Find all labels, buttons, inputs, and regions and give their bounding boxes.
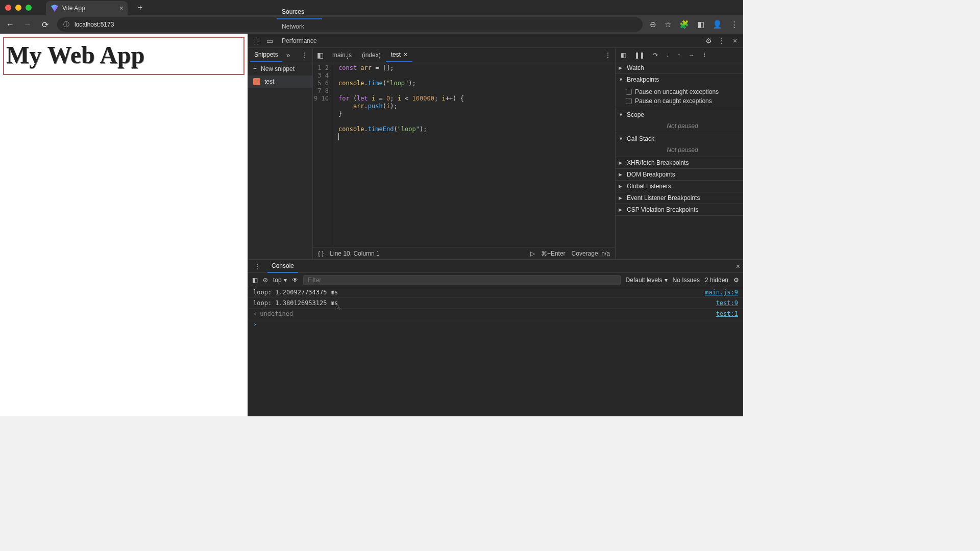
editor-tab-label: test: [391, 51, 401, 58]
code-editor[interactable]: 1 2 3 4 5 6 7 8 9 10 const arr = []; con…: [313, 62, 615, 247]
section-header[interactable]: ▶DOM Breakpoints: [616, 169, 743, 180]
chevron-down-icon: ▾: [284, 277, 287, 284]
side-panel-icon[interactable]: ◧: [697, 20, 704, 29]
new-tab-button[interactable]: +: [138, 3, 142, 12]
snippets-tab[interactable]: Snippets: [250, 48, 282, 62]
inspect-element-icon[interactable]: ⬚: [250, 37, 262, 45]
section-body: Not paused: [616, 144, 743, 157]
disclosure-triangle-icon: ▼: [619, 112, 624, 117]
devtools-close-icon[interactable]: ×: [729, 37, 741, 45]
chrome-menu-icon[interactable]: ⋮: [730, 20, 738, 29]
sources-navigator: Snippets » ⋮ + New snippet test: [248, 48, 313, 259]
editor-menu-icon[interactable]: ⋮: [602, 51, 614, 59]
run-snippet-icon[interactable]: ▷: [530, 250, 535, 257]
window-maximize-button[interactable]: [26, 5, 32, 11]
hidden-count[interactable]: 2 hidden: [705, 277, 728, 284]
editor-tab[interactable]: main.js: [327, 48, 357, 62]
devtools-settings-icon[interactable]: ⚙: [702, 37, 715, 45]
url-bar[interactable]: ⓘ localhost:5173: [57, 17, 643, 32]
reload-button[interactable]: ⟳: [40, 20, 50, 30]
window-close-button[interactable]: [5, 5, 11, 11]
console-drawer: ⋮ Console × ◧ ⊘ top ▾ 👁 Default levels ▾…: [248, 259, 743, 416]
new-snippet-button[interactable]: + New snippet: [248, 62, 312, 76]
browser-tab[interactable]: Vite App ×: [46, 1, 128, 15]
section-header[interactable]: ▶Event Listener Breakpoints: [616, 192, 743, 204]
section-header[interactable]: ▼Call Stack: [616, 133, 743, 144]
extensions-icon[interactable]: 🧩: [679, 20, 689, 29]
drawer-close-icon[interactable]: ×: [736, 262, 740, 270]
console-sidebar-icon[interactable]: ◧: [252, 277, 258, 284]
section-header[interactable]: ▶Watch: [616, 62, 743, 73]
cursor-position: Line 10, Column 1: [330, 250, 379, 257]
issues-label[interactable]: No Issues: [673, 277, 700, 284]
devtools-tab-network[interactable]: Network: [277, 19, 322, 34]
section-title: CSP Violation Breakpoints: [627, 206, 698, 213]
log-source-link[interactable]: main.js:9: [705, 289, 738, 296]
clear-console-icon[interactable]: ⊘: [263, 277, 268, 284]
console-log-row[interactable]: loop: 1.380126953125 mstest:9: [248, 298, 743, 309]
disclosure-triangle-icon: ▶: [619, 184, 624, 189]
step-into-icon[interactable]: ↓: [666, 52, 669, 59]
toolbar-right: ⊖ ☆ 🧩 ◧ 👤 ⋮: [650, 20, 738, 29]
zoom-icon[interactable]: ⊖: [650, 20, 656, 29]
console-prompt[interactable]: ›: [248, 319, 743, 330]
breakpoint-option[interactable]: Pause on uncaught exceptions: [626, 87, 739, 96]
deactivate-breakpoints-icon[interactable]: ⌇: [703, 52, 706, 59]
device-toolbar-icon[interactable]: ▭: [263, 37, 276, 45]
profile-icon[interactable]: 👤: [713, 20, 722, 29]
execution-context-select[interactable]: top ▾: [273, 277, 287, 284]
tab-close-button[interactable]: ×: [119, 5, 124, 12]
section-title: Watch: [627, 64, 644, 71]
snippet-label: test: [264, 78, 274, 85]
back-button[interactable]: ←: [5, 20, 15, 29]
checkbox-icon: [626, 89, 632, 95]
more-tabs-icon[interactable]: »: [282, 51, 295, 59]
run-snippet-hint: ⌘+Enter: [541, 250, 566, 257]
navigator-menu-icon[interactable]: ⋮: [298, 51, 310, 59]
pretty-print-icon[interactable]: { }: [318, 250, 324, 257]
section-header[interactable]: ▶CSP Violation Breakpoints: [616, 204, 743, 215]
log-message: loop: 1.380126953125 ms: [253, 299, 716, 307]
console-log-row[interactable]: ‹undefinedtest:1: [248, 309, 743, 319]
editor-tab[interactable]: (index): [357, 48, 386, 62]
section-header[interactable]: ▼Scope: [616, 109, 743, 120]
step-icon[interactable]: →: [689, 52, 695, 59]
debugger-section-watch: ▶Watch: [616, 62, 743, 74]
live-expression-icon[interactable]: 👁: [292, 277, 298, 284]
snippet-item[interactable]: test: [248, 76, 312, 88]
debugger-section-breakpoints: ▼BreakpointsPause on uncaught exceptions…: [616, 74, 743, 109]
editor-tab[interactable]: test×: [386, 48, 412, 62]
viewport: My Web App: [0, 34, 248, 416]
breakpoint-option[interactable]: Pause on caught exceptions: [626, 96, 739, 106]
code-content[interactable]: const arr = []; console.time("loop"); fo…: [333, 62, 615, 247]
bookmark-icon[interactable]: ☆: [665, 20, 671, 29]
console-filter-input[interactable]: [303, 275, 621, 285]
site-info-icon[interactable]: ⓘ: [63, 20, 69, 29]
step-out-icon[interactable]: ↑: [677, 52, 680, 59]
snippet-icon: [253, 78, 260, 85]
toggle-navigator-icon[interactable]: ◧: [314, 51, 326, 59]
section-header[interactable]: ▶Global Listeners: [616, 181, 743, 192]
forward-button[interactable]: →: [22, 20, 33, 29]
toggle-sidebar-icon[interactable]: ◧: [621, 52, 626, 59]
console-drawer-tab[interactable]: Console: [267, 260, 298, 273]
console-output[interactable]: loop: 1.200927734375 msmain.js:9loop: 1.…: [248, 287, 743, 416]
close-icon[interactable]: ×: [404, 51, 407, 58]
drawer-menu-icon[interactable]: ⋮: [251, 262, 263, 270]
section-title: XHR/fetch Breakpoints: [627, 159, 689, 166]
log-source-link[interactable]: test:1: [716, 310, 738, 317]
section-header[interactable]: ▶XHR/fetch Breakpoints: [616, 157, 743, 168]
step-over-icon[interactable]: ↷: [653, 52, 658, 59]
section-header[interactable]: ▼Breakpoints: [616, 74, 743, 85]
debugger-section-xhr-fetch-breakpoints: ▶XHR/fetch Breakpoints: [616, 157, 743, 169]
console-settings-icon[interactable]: ⚙: [733, 277, 739, 284]
log-levels-select[interactable]: Default levels ▾: [626, 277, 668, 284]
devtools-tab-sources[interactable]: Sources: [277, 5, 322, 19]
devtools-tab-console[interactable]: Console: [277, 0, 322, 5]
console-log-row[interactable]: loop: 1.200927734375 msmain.js:9: [248, 287, 743, 298]
devtools-tab-performance[interactable]: Performance: [277, 34, 322, 48]
window-minimize-button[interactable]: [15, 5, 21, 11]
devtools-menu-icon[interactable]: ⋮: [716, 37, 728, 45]
log-source-link[interactable]: test:9: [716, 299, 738, 307]
pause-icon[interactable]: ❚❚: [634, 52, 645, 59]
